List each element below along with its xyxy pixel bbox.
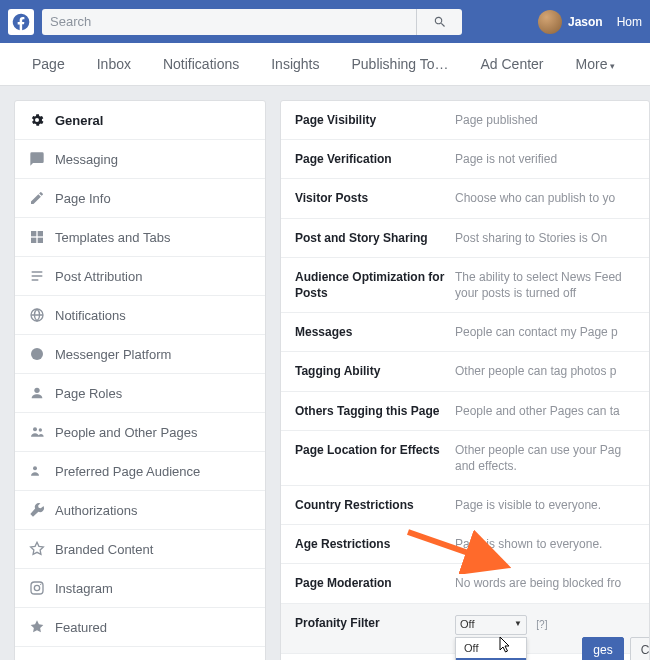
sidebar-item-label: Post Attribution <box>55 269 142 284</box>
svg-point-5 <box>31 348 43 360</box>
sidebar-item-label: Preferred Page Audience <box>55 464 200 479</box>
sidebar-item-label: Page Roles <box>55 386 122 401</box>
sidebar-item-label: Messenger Platform <box>55 347 171 362</box>
settings-value: Other people can tag photos p <box>455 363 635 379</box>
sidebar-item-page-info[interactable]: Page Info <box>15 179 265 218</box>
settings-value: Page is visible to everyone. <box>455 497 635 513</box>
sidebar-item-crossposting[interactable]: Crossposting <box>15 647 265 660</box>
star-icon <box>29 619 45 635</box>
sidebar-item-instagram[interactable]: Instagram <box>15 569 265 608</box>
chat-icon <box>29 346 45 362</box>
svg-rect-10 <box>31 582 43 594</box>
settings-label: Tagging Ability <box>295 363 455 379</box>
sidebar-item-label: Templates and Tabs <box>55 230 170 245</box>
select-value: Off <box>460 617 474 632</box>
settings-label: Post and Story Sharing <box>295 230 455 246</box>
cancel-button[interactable]: Cancel <box>630 637 650 660</box>
instagram-icon <box>29 580 45 596</box>
save-button[interactable]: ges <box>582 637 623 660</box>
sidebar-item-general[interactable]: General <box>15 101 265 140</box>
search-input[interactable] <box>42 9 416 35</box>
sidebar-item-label: Branded Content <box>55 542 153 557</box>
user-name[interactable]: Jason <box>568 15 603 29</box>
nav-item-page[interactable]: Page <box>16 56 81 72</box>
sidebar-item-messaging[interactable]: Messaging <box>15 140 265 179</box>
nav-item-notifications[interactable]: Notifications <box>147 56 255 72</box>
settings-value: No words are being blocked fro <box>455 575 635 591</box>
settings-value: The ability to select News Feed your pos… <box>455 269 635 301</box>
settings-label: Page Moderation <box>295 575 455 591</box>
svg-point-7 <box>33 427 37 431</box>
nav-item-publishingto[interactable]: Publishing To… <box>335 56 464 72</box>
nav-item-adcenter[interactable]: Ad Center <box>465 56 560 72</box>
nav-item-inbox[interactable]: Inbox <box>81 56 147 72</box>
row-others-tagging-this-page[interactable]: Others Tagging this PagePeople and other… <box>281 392 649 431</box>
sidebar-item-label: Page Info <box>55 191 111 206</box>
svg-point-12 <box>40 584 41 585</box>
sidebar-item-templates-and-tabs[interactable]: Templates and Tabs <box>15 218 265 257</box>
row-page-location-for-effects[interactable]: Page Location for EffectsOther people ca… <box>281 431 649 486</box>
row-page-moderation[interactable]: Page ModerationNo words are being blocke… <box>281 564 649 603</box>
settings-label: Others Tagging this Page <box>295 403 455 419</box>
wrench-icon <box>29 502 45 518</box>
sidebar-item-notifications[interactable]: Notifications <box>15 296 265 335</box>
svg-rect-0 <box>31 231 36 236</box>
sidebar-item-label: Authorizations <box>55 503 137 518</box>
svg-rect-3 <box>38 238 43 243</box>
row-audience-optimization-for-posts[interactable]: Audience Optimization for PostsThe abili… <box>281 258 649 313</box>
row-post-and-story-sharing[interactable]: Post and Story SharingPost sharing to St… <box>281 219 649 258</box>
svg-rect-1 <box>38 231 43 236</box>
facebook-logo[interactable] <box>8 9 34 35</box>
option-off[interactable]: Off <box>456 638 526 658</box>
audience-icon <box>29 463 45 479</box>
globe-icon <box>29 307 45 323</box>
settings-value: Off ▼ [?] <box>455 615 635 635</box>
nav-item-more[interactable]: More▾ <box>560 56 632 72</box>
sidebar-item-label: Featured <box>55 620 107 635</box>
top-bar: Jason Hom <box>0 0 650 43</box>
avatar[interactable] <box>538 10 562 34</box>
settings-label: Visitor Posts <box>295 190 455 206</box>
help-icon[interactable]: [?] <box>536 619 547 630</box>
nav-item-insights[interactable]: Insights <box>255 56 335 72</box>
row-tagging-ability[interactable]: Tagging AbilityOther people can tag phot… <box>281 352 649 391</box>
settings-value: Other people can use your Pag and effect… <box>455 442 635 474</box>
svg-rect-2 <box>31 238 36 243</box>
sidebar-item-authorizations[interactable]: Authorizations <box>15 491 265 530</box>
sidebar-item-label: Messaging <box>55 152 118 167</box>
row-page-visibility[interactable]: Page VisibilityPage published <box>281 101 649 140</box>
sidebar-item-page-roles[interactable]: Page Roles <box>15 374 265 413</box>
sidebar-item-post-attribution[interactable]: Post Attribution <box>15 257 265 296</box>
search-wrap <box>42 9 462 35</box>
settings-value: People and other Pages can ta <box>455 403 635 419</box>
svg-point-11 <box>34 585 39 590</box>
settings-value: Post sharing to Stories is On <box>455 230 635 246</box>
post-icon <box>29 268 45 284</box>
row-visitor-posts[interactable]: Visitor PostsChoose who can publish to y… <box>281 179 649 218</box>
settings-label: Page Visibility <box>295 112 455 128</box>
settings-value: Page published <box>455 112 635 128</box>
gear-icon <box>29 112 45 128</box>
pencil-icon <box>29 190 45 206</box>
profanity-dropdown: OffMediumStrong <box>455 637 527 660</box>
row-page-verification[interactable]: Page VerificationPage is not verified <box>281 140 649 179</box>
settings-panel: Page VisibilityPage publishedPage Verifi… <box>280 100 650 660</box>
row-country-restrictions[interactable]: Country RestrictionsPage is visible to e… <box>281 486 649 525</box>
sidebar-item-preferred-page-audience[interactable]: Preferred Page Audience <box>15 452 265 491</box>
secondary-nav: PageInboxNotificationsInsightsPublishing… <box>0 43 650 86</box>
profanity-select[interactable]: Off ▼ <box>455 615 527 635</box>
nav-home[interactable]: Hom <box>617 15 642 29</box>
sidebar-item-label: Notifications <box>55 308 126 323</box>
sidebar-item-branded-content[interactable]: Branded Content <box>15 530 265 569</box>
row-messages[interactable]: MessagesPeople can contact my Page p <box>281 313 649 352</box>
sidebar-item-people-and-other-pages[interactable]: People and Other Pages <box>15 413 265 452</box>
people-icon <box>29 424 45 440</box>
row-age-restrictions[interactable]: Age RestrictionsPage is shown to everyon… <box>281 525 649 564</box>
sidebar-item-featured[interactable]: Featured <box>15 608 265 647</box>
sidebar-item-messenger-platform[interactable]: Messenger Platform <box>15 335 265 374</box>
star-outline-icon <box>29 541 45 557</box>
settings-value: Page is not verified <box>455 151 635 167</box>
svg-point-8 <box>39 428 42 431</box>
button-row: ges Cancel <box>582 637 650 660</box>
search-button[interactable] <box>416 9 462 35</box>
